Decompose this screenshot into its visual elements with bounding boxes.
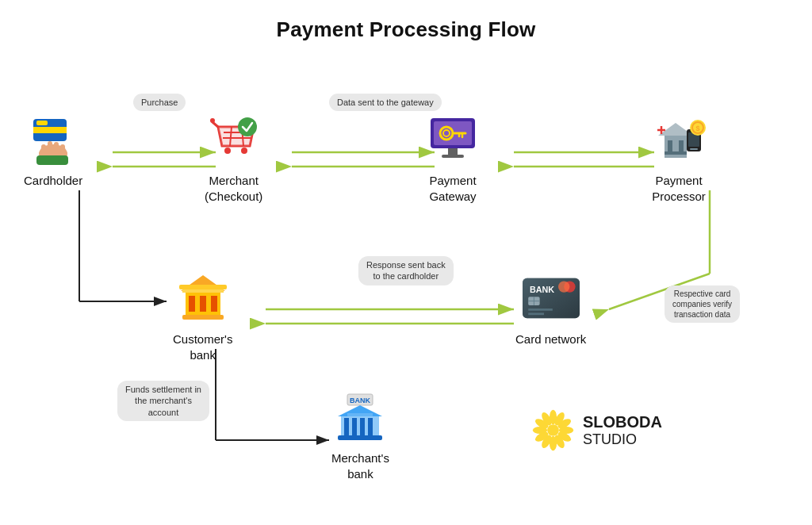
svg-rect-53 [690,148,698,150]
svg-rect-84 [368,418,373,435]
cardholder-icon [25,111,82,168]
svg-point-71 [558,281,569,292]
svg-rect-50 [665,151,687,155]
svg-rect-28 [36,155,68,165]
svg-rect-64 [182,315,224,320]
merchant-bank-node: BANK Merchant's bank [331,389,389,481]
card-network-label: Card network [515,331,586,347]
customer-bank-icon [174,270,232,327]
svg-rect-49 [679,140,684,151]
data-sent-label: Data sent to the gateway [329,94,442,111]
cardholder-label: Cardholder [24,173,82,189]
cardholder-node: Cardholder [24,111,82,189]
svg-point-35 [238,117,257,136]
customer-bank-label: Customer's bank [173,331,232,362]
sloboda-logo: SLOBODA STUDIO [531,408,662,452]
sloboda-sun-icon [531,408,575,452]
svg-point-36 [210,118,215,123]
svg-text:BANK: BANK [530,285,554,294]
page-title: Payment Processing Flow [0,0,812,42]
svg-rect-85 [338,435,382,440]
processor-label: Payment Processor [652,173,706,204]
svg-rect-82 [352,418,357,435]
svg-rect-83 [360,418,365,435]
svg-rect-61 [189,296,195,312]
gateway-node: Payment Gateway [424,111,481,204]
svg-text:BANK: BANK [350,397,370,404]
card-network-node: BANK Card network [515,270,586,347]
svg-rect-63 [211,296,217,312]
svg-point-34 [241,148,247,154]
gateway-label: Payment Gateway [429,173,476,204]
svg-rect-22 [36,121,48,125]
processor-icon: $ [650,111,707,168]
svg-rect-86 [347,413,373,416]
funds-settlement-label: Funds settlement in the merchant's accou… [117,381,209,421]
svg-rect-81 [344,418,349,435]
svg-rect-48 [668,140,672,151]
customer-bank-node: Customer's bank [173,270,232,362]
svg-rect-66 [179,285,227,289]
svg-rect-39 [448,148,458,155]
svg-text:$: $ [695,125,699,132]
svg-rect-21 [33,127,67,133]
card-verify-label: Respective card companies verify transac… [665,285,740,323]
svg-point-33 [224,148,231,154]
svg-rect-62 [200,296,206,312]
svg-rect-40 [442,155,464,158]
merchant-icon [205,111,262,168]
merchant-bank-label: Merchant's bank [331,450,389,481]
svg-rect-27 [60,144,65,157]
merchant-bank-icon: BANK [331,389,389,446]
gateway-icon [424,111,481,168]
card-network-icon: BANK [523,270,580,327]
sloboda-text: SLOBODA STUDIO [583,413,662,448]
response-back-label: Response sent back to the cardholder [358,256,454,285]
merchant-label: Merchant (Checkout) [205,173,262,204]
merchant-node: Merchant (Checkout) [205,111,262,204]
diagram-container: Payment Processing Flow [0,0,812,525]
processor-node: $ Payment Processor [650,111,707,204]
svg-point-99 [547,424,559,436]
purchase-label: Purchase [133,94,186,111]
